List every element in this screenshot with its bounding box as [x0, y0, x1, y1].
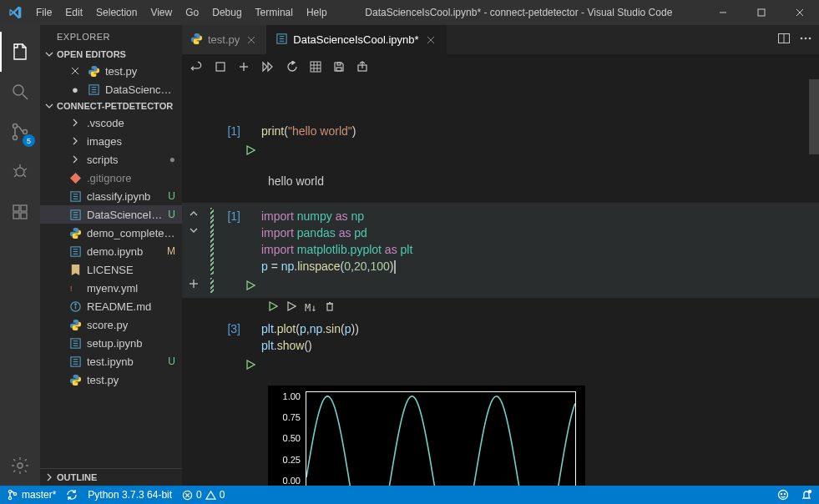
menu-file[interactable]: File — [29, 3, 58, 23]
notebook-content[interactable]: [1]print("hello world")hello world[1]imp… — [182, 79, 819, 486]
problems[interactable]: 0 0 — [182, 489, 225, 501]
open-editors-label: OPEN EDITORS — [57, 49, 126, 59]
run-cell-icon[interactable] — [245, 144, 255, 158]
svg-point-61 — [805, 38, 807, 40]
open-editor-item[interactable]: ●DataScienceIsCoo... — [40, 80, 182, 98]
minimize-button[interactable] — [704, 0, 742, 25]
file-label: test.py — [105, 65, 137, 78]
tab[interactable]: DataScienceIsCool.ipynb* — [267, 25, 446, 54]
source-control-icon[interactable]: 5 — [0, 112, 40, 152]
delete-cell-icon[interactable] — [325, 301, 335, 314]
tab[interactable]: test.py — [182, 25, 267, 54]
file-icon — [68, 190, 82, 203]
outline-header[interactable]: OUTLINE — [40, 468, 182, 486]
close-icon[interactable] — [68, 66, 82, 76]
code-cell[interactable]: print("hello world") — [261, 123, 812, 139]
file-item[interactable]: score.py — [40, 315, 182, 334]
extensions-icon[interactable] — [0, 192, 40, 232]
add-cell-icon[interactable] — [189, 278, 199, 291]
export-icon[interactable] — [356, 61, 368, 73]
feedback-icon[interactable] — [777, 489, 789, 501]
svg-rect-22 — [88, 84, 98, 93]
ytick-label: 0.00 — [283, 476, 301, 486]
markdown-toggle[interactable]: M↓ — [305, 302, 316, 314]
menu-edit[interactable]: Edit — [58, 3, 89, 23]
svg-rect-46 — [70, 356, 79, 365]
chevron-right-icon — [68, 118, 82, 127]
chevron-up-icon[interactable] — [189, 208, 199, 221]
save-icon[interactable] — [333, 61, 345, 73]
file-label: DataScienceIsCoo... — [105, 83, 177, 96]
svg-point-8 — [23, 130, 28, 134]
file-item[interactable]: scripts● — [40, 150, 182, 169]
file-item[interactable]: demo.ipynbM — [40, 242, 182, 260]
file-item[interactable]: .gitignore — [40, 169, 182, 187]
file-item[interactable]: demo_completed.py — [40, 224, 182, 242]
file-icon — [68, 337, 82, 350]
close-icon[interactable] — [424, 35, 437, 45]
svg-line-20 — [72, 68, 78, 74]
open-editors-header[interactable]: OPEN EDITORS — [40, 47, 182, 62]
file-item[interactable]: DataScienceIsCo...U — [40, 205, 182, 224]
run-cell-icon[interactable] — [268, 301, 278, 314]
code-cell[interactable]: import numpy as np import pandas as pd i… — [261, 208, 812, 275]
menu-view[interactable]: View — [144, 3, 179, 23]
python-env[interactable]: Python 3.7.3 64-bit — [88, 489, 172, 501]
more-actions-icon[interactable] — [799, 32, 812, 48]
search-icon[interactable] — [0, 72, 40, 112]
undo-icon[interactable] — [190, 61, 203, 73]
file-item[interactable]: !myenv.yml — [40, 279, 182, 297]
add-cell-icon[interactable] — [238, 61, 250, 73]
file-icon — [68, 227, 82, 239]
restart-icon[interactable] — [286, 61, 298, 73]
run-cell-icon[interactable] — [245, 359, 255, 372]
code-cell[interactable]: plt.plot(p,np.sin(p)) plt.show() — [261, 320, 812, 354]
file-item[interactable]: images — [40, 132, 182, 150]
file-item[interactable]: test.ipynbU — [40, 352, 182, 370]
split-editor-icon[interactable] — [777, 32, 791, 48]
git-branch[interactable]: master* — [7, 489, 56, 501]
stop-icon[interactable] — [215, 61, 226, 73]
file-label: .gitignore — [87, 172, 131, 184]
file-item[interactable]: classify.ipynbU — [40, 187, 182, 205]
menu-go[interactable]: Go — [179, 3, 205, 23]
file-icon — [68, 264, 82, 276]
sync-icon[interactable] — [66, 489, 78, 501]
workspace-label: CONNECT-PETDETECTOR — [57, 101, 173, 111]
file-icon: ! — [68, 282, 82, 295]
chevron-down-icon[interactable] — [189, 224, 199, 238]
maximize-button[interactable] — [742, 0, 781, 25]
grid-icon[interactable] — [310, 61, 321, 73]
svg-rect-34 — [70, 246, 79, 255]
run-cell-icon[interactable] — [245, 280, 255, 293]
files-tree: .vscodeimagesscripts●.gitignoreclassify.… — [40, 113, 182, 389]
menu-help[interactable]: Help — [300, 3, 334, 23]
file-item[interactable]: setup.ipynb — [40, 334, 182, 352]
file-icon — [87, 65, 100, 78]
run-all-icon[interactable] — [261, 61, 275, 73]
scrollbar-thumb[interactable] — [809, 79, 819, 154]
menu-selection[interactable]: Selection — [89, 3, 144, 23]
cell-output: hello world — [182, 174, 819, 188]
open-editor-item[interactable]: test.py — [40, 62, 182, 80]
svg-line-12 — [24, 169, 27, 170]
svg-rect-1 — [758, 9, 765, 16]
close-icon[interactable] — [245, 35, 258, 45]
file-item[interactable]: README.md — [40, 297, 182, 315]
file-item[interactable]: .vscode — [40, 113, 182, 132]
file-label: demo.ipynb — [87, 245, 143, 258]
explorer-icon[interactable] — [0, 32, 40, 72]
menu-terminal[interactable]: Terminal — [249, 3, 300, 23]
debug-icon[interactable] — [0, 152, 40, 192]
workspace-header[interactable]: CONNECT-PETDETECTOR — [40, 98, 182, 113]
settings-gear-icon[interactable] — [0, 446, 40, 486]
menu-debug[interactable]: Debug — [205, 3, 248, 23]
svg-point-80 — [8, 496, 11, 499]
svg-line-83 — [185, 493, 190, 497]
notifications-icon[interactable] — [801, 489, 812, 501]
run-below-icon[interactable] — [286, 301, 296, 314]
file-item[interactable]: LICENSE — [40, 260, 182, 279]
file-label: .vscode — [87, 117, 124, 129]
file-item[interactable]: test.py — [40, 370, 182, 389]
close-button[interactable] — [781, 0, 819, 25]
